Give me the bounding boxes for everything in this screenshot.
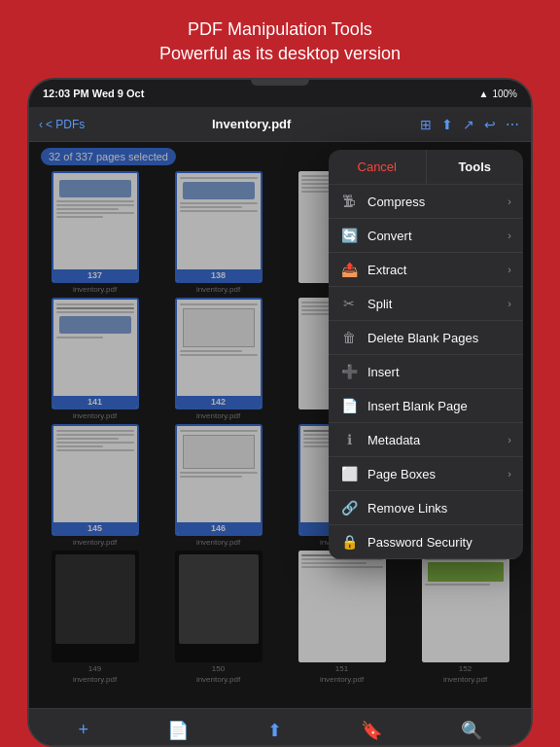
tab-add-button[interactable]: +	[62, 716, 104, 744]
chevron-icon: ›	[508, 468, 511, 480]
back-button[interactable]: ‹ < PDFs	[39, 118, 85, 131]
metadata-menu-item[interactable]: ℹ Metadata ›	[329, 423, 523, 457]
extract-menu-item[interactable]: 📤 Extract ›	[329, 253, 523, 287]
convert-menu-item[interactable]: 🔄 Convert ›	[329, 219, 523, 253]
export-button[interactable]: ↗	[461, 115, 476, 134]
page-boxes-menu-item[interactable]: ⬜ Page Boxes ›	[329, 457, 523, 491]
back-arrow-icon: ‹	[39, 118, 43, 131]
split-label: Split	[368, 297, 498, 311]
insert-blank-icon: 📄	[340, 398, 358, 413]
delete-blank-icon: 🗑	[340, 330, 358, 345]
insert-blank-label: Insert Blank Page	[368, 399, 511, 413]
app-toolbar: ‹ < PDFs Inventory.pdf ⊞ ⬆ ↗ ↩ ⋯	[29, 107, 531, 142]
more-button[interactable]: ⋯	[504, 115, 521, 134]
metadata-icon: ℹ	[340, 432, 358, 447]
password-security-menu-item[interactable]: 🔒 Password Security	[329, 525, 523, 558]
marketing-line2: Powerful as its desktop version	[159, 42, 401, 66]
wifi-icon: ▲	[479, 89, 489, 99]
remove-links-menu-item[interactable]: 🔗 Remove Links	[329, 491, 523, 525]
undo-button[interactable]: ↩	[482, 115, 498, 134]
tab-search-button[interactable]: 🔍	[445, 716, 498, 745]
toolbar-actions: ⊞ ⬆ ↗ ↩ ⋯	[418, 115, 521, 134]
tools-title: Tools	[427, 150, 524, 184]
delete-blank-label: Delete Blank Pages	[368, 331, 511, 345]
marketing-header: PDF Manipulation Tools Powerful as its d…	[140, 0, 420, 78]
insert-label: Insert	[368, 365, 511, 379]
metadata-label: Metadata	[368, 433, 498, 447]
remove-links-label: Remove Links	[368, 501, 511, 516]
extract-icon: 📤	[340, 262, 358, 277]
tab-bar: + 📄 ⬆ 🔖 🔍	[29, 708, 531, 747]
password-security-icon: 🔒	[340, 534, 358, 550]
split-menu-item[interactable]: ✂ Split ›	[329, 287, 523, 320]
grid-view-button[interactable]: ⊞	[418, 115, 434, 134]
main-content: 137 inventory.pdf 1	[29, 142, 531, 708]
chevron-icon: ›	[508, 434, 511, 445]
chevron-icon: ›	[508, 196, 511, 207]
tab-bookmark-button[interactable]: 🔖	[345, 716, 398, 745]
convert-label: Convert	[368, 229, 498, 243]
compress-icon: 🗜	[340, 194, 358, 209]
device-frame: 12:03 PM Wed 9 Oct ▲ 100% ‹ < PDFs Inven…	[27, 78, 533, 747]
page-boxes-icon: ⬜	[340, 466, 358, 481]
compress-menu-item[interactable]: 🗜 Compress ›	[329, 185, 523, 219]
menu-section-3: ℹ Metadata › ⬜ Page Boxes › 🔗 Remove Lin…	[329, 423, 523, 559]
cancel-button[interactable]: Cancel	[329, 150, 427, 184]
page-boxes-label: Page Boxes	[368, 467, 498, 481]
camera-bump	[251, 80, 309, 86]
insert-icon: ➕	[340, 364, 358, 379]
delete-blank-menu-item[interactable]: 🗑 Delete Blank Pages	[329, 321, 523, 355]
battery-level: 100%	[492, 89, 517, 99]
tab-share-button[interactable]: ⬆	[252, 716, 298, 745]
password-security-label: Password Security	[368, 535, 511, 550]
convert-icon: 🔄	[340, 228, 358, 243]
document-title: Inventory.pdf	[212, 117, 291, 131]
extract-label: Extract	[368, 263, 498, 277]
insert-blank-menu-item[interactable]: 📄 Insert Blank Page	[329, 389, 523, 422]
status-right: ▲ 100%	[479, 89, 517, 99]
split-icon: ✂	[340, 296, 358, 311]
dropdown-header: Cancel Tools	[329, 150, 523, 185]
compress-label: Compress	[368, 195, 498, 209]
chevron-icon: ›	[508, 230, 511, 241]
marketing-line1: PDF Manipulation Tools	[159, 18, 401, 42]
share-button[interactable]: ⬆	[439, 115, 455, 134]
tools-dropdown-menu: Cancel Tools 🗜 Compress › 🔄 Convert › 📤 …	[329, 150, 523, 559]
chevron-icon: ›	[508, 264, 511, 275]
status-time: 12:03 PM Wed 9 Oct	[43, 88, 144, 99]
chevron-icon: ›	[508, 298, 511, 309]
remove-links-icon: 🔗	[340, 500, 358, 516]
tab-document-button[interactable]: 📄	[152, 716, 204, 745]
insert-menu-item[interactable]: ➕ Insert	[329, 355, 523, 389]
menu-section-2: 🗑 Delete Blank Pages ➕ Insert 📄 Insert B…	[329, 321, 523, 423]
menu-section-1: 🗜 Compress › 🔄 Convert › 📤 Extract › ✂ S…	[329, 185, 523, 321]
